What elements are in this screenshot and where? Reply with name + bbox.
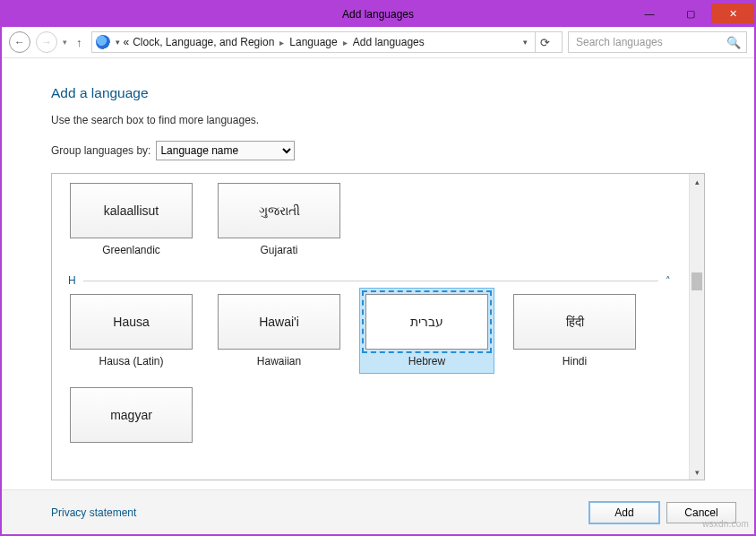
add-button[interactable]: Add xyxy=(589,502,659,523)
language-tile-hebrew[interactable]: עברית xyxy=(365,294,488,350)
window-root: Add languages — ▢ ✕ ← → ▾ ↑ ▾ « Clock, L… xyxy=(0,0,756,536)
language-native-label: ગુજરાતી xyxy=(259,203,300,219)
up-button[interactable]: ↑ xyxy=(73,36,86,49)
breadcrumb-dropdown[interactable]: ▾ xyxy=(523,38,528,47)
content-area: Add a language Use the search box to fin… xyxy=(2,58,754,489)
minimize-button[interactable]: — xyxy=(629,4,670,23)
breadcrumb-prefix: « xyxy=(124,36,130,48)
window-controls: — ▢ ✕ xyxy=(629,4,754,23)
language-row: kalaallisut Greenlandic ગુજરાતી Gujarati xyxy=(70,183,676,256)
history-dropdown[interactable]: ▾ xyxy=(63,38,67,47)
control-panel-icon xyxy=(96,35,110,49)
breadcrumb-item-region[interactable]: Clock, Language, and Region xyxy=(133,36,274,48)
scroll-thumb[interactable] xyxy=(692,272,702,290)
selected-tile-wrap: עברית Hebrew xyxy=(359,288,494,374)
language-tile-greenlandic[interactable]: kalaallisut xyxy=(70,183,193,238)
language-english-label: Hindi xyxy=(513,355,636,367)
language-tile-magyar[interactable]: magyar xyxy=(70,387,193,443)
scroll-down-button[interactable]: ▾ xyxy=(690,464,705,480)
language-tile-hawaiian[interactable]: Hawai'i xyxy=(218,294,340,350)
nav-bar: ← → ▾ ↑ ▾ « Clock, Language, and Region … xyxy=(2,27,754,58)
language-native-label: עברית xyxy=(410,315,443,329)
breadcrumb[interactable]: ▾ « Clock, Language, and Region ▸ Langua… xyxy=(91,31,563,53)
search-icon: 🔍 xyxy=(726,36,741,49)
group-divider xyxy=(83,281,658,281)
maximize-button[interactable]: ▢ xyxy=(670,4,711,23)
language-english-label: Greenlandic xyxy=(70,244,193,256)
language-english-label: Gujarati xyxy=(218,244,340,256)
language-native-label: Hawai'i xyxy=(259,315,299,329)
group-by-select[interactable]: Language name xyxy=(156,141,295,160)
language-row: Hausa Hausa (Latin) Hawai'i Hawaiian xyxy=(70,294,676,367)
watermark-text: wsxdn.com xyxy=(702,519,749,529)
group-by-label: Group languages by: xyxy=(51,144,150,157)
page-subtext: Use the search box to find more language… xyxy=(51,114,705,126)
breadcrumb-item-language[interactable]: Language xyxy=(289,36,337,48)
page-title: Add a language xyxy=(51,85,705,101)
refresh-button[interactable]: ⟳ xyxy=(535,32,554,52)
language-english-label: Hebrew xyxy=(365,355,488,367)
language-list-viewport: kalaallisut Greenlandic ગુજરાતી Gujarati… xyxy=(52,174,689,480)
group-header-h[interactable]: H ˄ xyxy=(68,274,676,287)
scroll-up-button[interactable]: ▴ xyxy=(690,174,705,189)
language-english-label: Hawaiian xyxy=(218,355,340,367)
group-by-row: Group languages by: Language name xyxy=(51,141,705,160)
language-english-label: Hausa (Latin) xyxy=(70,355,193,367)
language-tile-gujarati[interactable]: ગુજરાતી xyxy=(218,183,340,238)
privacy-link[interactable]: Privacy statement xyxy=(51,506,136,519)
window-title: Add languages xyxy=(342,8,414,21)
title-bar: Add languages — ▢ ✕ xyxy=(2,2,754,27)
search-input[interactable] xyxy=(574,35,726,49)
search-box[interactable]: 🔍 xyxy=(568,31,747,53)
close-button[interactable]: ✕ xyxy=(711,4,754,23)
footer-bar: Privacy statement Add Cancel xyxy=(2,489,754,534)
chevron-right-icon: ▸ xyxy=(278,38,286,48)
language-native-label: हिंदी xyxy=(566,315,584,330)
language-native-label: kalaallisut xyxy=(104,203,159,218)
forward-button[interactable]: → xyxy=(36,31,57,53)
back-button[interactable]: ← xyxy=(9,31,30,53)
group-letter: H xyxy=(68,274,76,287)
language-native-label: magyar xyxy=(110,408,152,422)
breadcrumb-root-chevron[interactable]: ▾ xyxy=(116,38,120,47)
collapse-icon[interactable]: ˄ xyxy=(666,275,676,287)
language-list: kalaallisut Greenlandic ગુજરાતી Gujarati… xyxy=(51,173,705,480)
language-row: magyar xyxy=(70,387,676,443)
language-tile-hindi[interactable]: हिंदी xyxy=(513,294,636,350)
breadcrumb-item-add-languages[interactable]: Add languages xyxy=(353,36,425,48)
chevron-right-icon: ▸ xyxy=(341,38,349,48)
scrollbar[interactable]: ▴ ▾ xyxy=(689,174,704,480)
language-tile-hausa[interactable]: Hausa xyxy=(70,294,193,350)
language-native-label: Hausa xyxy=(113,315,149,329)
